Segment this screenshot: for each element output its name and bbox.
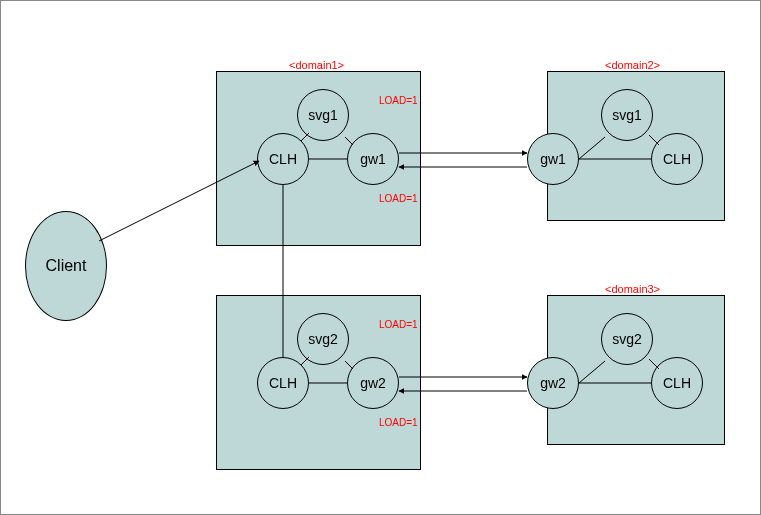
d1-clh-node: CLH: [257, 133, 309, 185]
d1b-svg-node: svg2: [297, 313, 349, 365]
client-label: Client: [46, 257, 87, 275]
d3-clh-label: CLH: [663, 375, 691, 391]
d2-svg-node: svg1: [601, 89, 653, 141]
domain1b-load-top: LOAD=1: [379, 319, 418, 330]
d1b-clh-label: CLH: [269, 375, 297, 391]
domain3-label: <domain3>: [605, 283, 660, 295]
d1-gw-node: gw1: [347, 133, 399, 185]
d3-svg-label: svg2: [612, 331, 642, 347]
domain1b-load-bottom: LOAD=1: [379, 417, 418, 428]
d1b-svg-label: svg2: [308, 331, 338, 347]
d1-svg-node: svg1: [297, 89, 349, 141]
diagram-canvas: <domain1> <domain2> <domain3> LOAD=1 LOA…: [0, 0, 761, 515]
d1-svg-label: svg1: [308, 107, 338, 123]
d2-gw-node: gw1: [527, 133, 579, 185]
d1-clh-label: CLH: [269, 151, 297, 167]
d1b-clh-node: CLH: [257, 357, 309, 409]
d3-clh-node: CLH: [651, 357, 703, 409]
domain2-label: <domain2>: [605, 59, 660, 71]
d3-svg-node: svg2: [601, 313, 653, 365]
d2-clh-node: CLH: [651, 133, 703, 185]
d2-svg-label: svg1: [612, 107, 642, 123]
d2-clh-label: CLH: [663, 151, 691, 167]
domain1-label: <domain1>: [289, 59, 344, 71]
d3-gw-label: gw2: [540, 375, 566, 391]
domain1-load-bottom: LOAD=1: [379, 193, 418, 204]
d1b-gw-node: gw2: [347, 357, 399, 409]
d3-gw-node: gw2: [527, 357, 579, 409]
d2-gw-label: gw1: [540, 151, 566, 167]
d1b-gw-label: gw2: [360, 375, 386, 391]
d1-gw-label: gw1: [360, 151, 386, 167]
client-node: Client: [25, 211, 107, 321]
domain1-load-top: LOAD=1: [379, 95, 418, 106]
